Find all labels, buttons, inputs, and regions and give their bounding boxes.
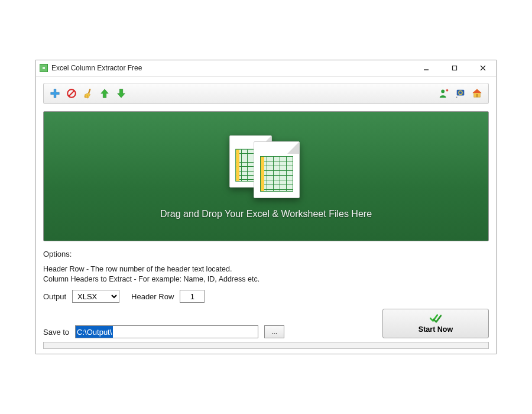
close-button[interactable] [473, 62, 492, 74]
svg-rect-1 [453, 66, 457, 70]
clear-button[interactable] [82, 87, 95, 100]
svg-line-5 [69, 90, 74, 96]
about-button[interactable] [437, 87, 450, 100]
options-section: Options: Header Row - The row number of … [43, 250, 489, 350]
plus-icon [50, 88, 60, 99]
window-controls [417, 62, 492, 74]
saveto-input[interactable] [75, 325, 258, 338]
help-line-1: Header Row - The row number of the heade… [43, 264, 489, 274]
titlebar: Excel Column Extractor Free [36, 60, 496, 77]
help-line-2: Column Headers to Extract - For example:… [43, 274, 489, 284]
home-icon [472, 88, 482, 99]
progress-bar [43, 342, 489, 349]
toolbar [43, 83, 489, 104]
client-area: Drag and Drop Your Excel & Worksheet Fil… [36, 77, 496, 354]
user-plus-icon [439, 88, 449, 99]
flag-icon [455, 88, 466, 99]
saveto-row: Save to C:\Output\ ... [43, 325, 372, 338]
prohibit-icon [66, 88, 77, 99]
svg-rect-13 [476, 94, 478, 97]
header-row-input[interactable] [180, 290, 205, 303]
app-icon [40, 64, 48, 72]
maximize-button[interactable] [445, 62, 464, 74]
start-button-label: Start Now [419, 325, 453, 334]
move-down-button[interactable] [115, 87, 128, 100]
output-label: Output [43, 292, 66, 301]
output-format-select[interactable]: XLSX [72, 290, 119, 303]
arrow-up-icon [99, 88, 110, 99]
checkmarks-icon [430, 313, 442, 324]
language-button[interactable] [454, 87, 467, 100]
broom-icon [83, 88, 93, 99]
browse-button[interactable]: ... [264, 325, 284, 338]
svg-point-9 [441, 89, 445, 93]
output-row: Output XLSX Header Row [43, 290, 489, 303]
options-help: Header Row - The row number of the heade… [43, 264, 489, 284]
remove-button[interactable] [65, 87, 78, 100]
options-heading: Options: [43, 250, 489, 258]
add-button[interactable] [48, 87, 61, 100]
minimize-button[interactable] [417, 62, 436, 74]
drop-zone[interactable]: Drag and Drop Your Excel & Worksheet Fil… [43, 111, 489, 241]
start-button[interactable]: Start Now [382, 309, 489, 338]
move-up-button[interactable] [98, 87, 111, 100]
bottom-row: Save to C:\Output\ ... Start Now [43, 309, 489, 338]
window-title: Excel Column Extractor Free [51, 64, 417, 72]
arrow-down-icon [116, 88, 126, 99]
spreadsheet-files-icon [228, 133, 304, 198]
drop-zone-text: Drag and Drop Your Excel & Worksheet Fil… [160, 209, 372, 219]
home-button[interactable] [471, 87, 484, 100]
saveto-label: Save to [43, 328, 69, 337]
app-window: Excel Column Extractor Free [35, 60, 497, 355]
header-row-label: Header Row [131, 292, 174, 301]
